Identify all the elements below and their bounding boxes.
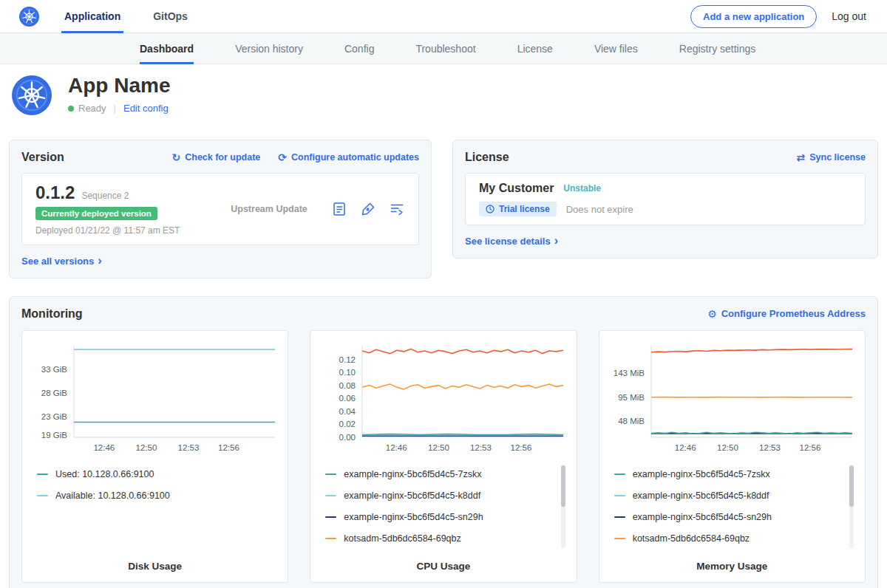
legend-label: kotsadm-5db6dc6584-69qbz (633, 533, 750, 544)
tab-registry-settings[interactable]: Registry settings (679, 33, 755, 64)
svg-text:12:46: 12:46 (386, 443, 407, 452)
chevron-right-icon: › (554, 235, 558, 247)
svg-text:12:56: 12:56 (218, 443, 239, 452)
legend-swatch (614, 495, 625, 496)
edit-config-link[interactable]: Edit config (123, 103, 169, 114)
app-tab-bar: Dashboard Version history Config Trouble… (0, 33, 887, 64)
svg-text:143 MiB: 143 MiB (613, 369, 645, 377)
legend-label: example-nginx-5bc6f5d4c5-k8ddf (633, 490, 769, 501)
configure-prometheus-link[interactable]: ⚙ Configure Prometheus Address (707, 308, 866, 319)
svg-text:28 GiB: 28 GiB (41, 388, 67, 397)
cpu-usage-legend: example-nginx-5bc6f5d4c5-7zskxexample-ng… (319, 464, 567, 550)
svg-text:12:56: 12:56 (511, 443, 532, 452)
version-panel: Version ↻ Check for update ⟳ Configure a… (9, 140, 432, 278)
sync-license-link[interactable]: ⇄ Sync license (797, 152, 866, 163)
legend-item: example-nginx-5bc6f5d4c5-k8ddf (319, 485, 555, 507)
refresh-icon: ↻ (171, 152, 180, 163)
legend-item: example-nginx-5bc6f5d4c5-7zskx (608, 464, 844, 485)
deploy-logs-icon[interactable] (389, 201, 405, 217)
legend-item: kotsadm-5db6dc6584-69qbz (319, 528, 555, 550)
see-all-versions-link[interactable]: See all versions › (21, 255, 102, 267)
tab-view-files[interactable]: View files (594, 33, 638, 64)
svg-text:48 MiB: 48 MiB (618, 416, 645, 425)
legend-swatch (325, 474, 336, 475)
tab-config[interactable]: Config (344, 33, 374, 64)
legend-item: kotsadm-5db6dc6584-69qbz (608, 528, 844, 550)
svg-text:0.02: 0.02 (339, 420, 356, 428)
channel-label: Unstable (563, 183, 601, 194)
monitoring-panel: Monitoring ⚙ Configure Prometheus Addres… (9, 296, 878, 588)
svg-text:0.04: 0.04 (339, 406, 356, 415)
cpu-usage-chart: 0.120.100.080.060.040.020.0012:4612:5012… (319, 340, 567, 457)
gear-icon: ⚙ (707, 309, 717, 319)
svg-text:95 MiB: 95 MiB (618, 392, 645, 401)
legend-scrollbar[interactable] (561, 465, 565, 548)
monitoring-title: Monitoring (21, 307, 83, 321)
license-card: My Customer Unstable Trial license Does … (465, 173, 866, 225)
version-title: Version (21, 151, 64, 164)
legend-label: Available: 10.128.0.66:9100 (55, 490, 170, 501)
license-panel: License ⇄ Sync license My Customer Unsta… (452, 140, 878, 259)
svg-text:0.00: 0.00 (339, 433, 356, 442)
legend-scrollbar-thumb[interactable] (561, 465, 565, 507)
legend-swatch (37, 474, 48, 475)
svg-text:12:46: 12:46 (674, 443, 696, 452)
svg-text:12:46: 12:46 (93, 443, 115, 452)
cpu-usage-card: 0.120.100.080.060.040.020.0012:4612:5012… (310, 330, 577, 583)
tab-license[interactable]: License (517, 33, 553, 64)
svg-text:12:50: 12:50 (136, 443, 157, 452)
legend-swatch (614, 538, 625, 539)
deployed-badge: Currently deployed version (35, 207, 157, 220)
preflight-checks-icon[interactable] (331, 201, 347, 217)
svg-text:33 GiB: 33 GiB (41, 365, 67, 374)
legend-label: kotsadm-5db6dc6584-69qbz (344, 533, 461, 544)
kubernetes-logo-icon (19, 7, 39, 27)
legend-item: example-nginx-5bc6f5d4c5-sn29h (608, 507, 844, 528)
svg-text:19 GiB: 19 GiB (41, 431, 67, 440)
svg-text:12:56: 12:56 (799, 443, 820, 452)
legend-swatch (325, 538, 336, 539)
license-title: License (465, 151, 509, 164)
charts-row: 33 GiB28 GiB23 GiB19 GiB12:4612:5012:531… (21, 330, 866, 583)
legend-swatch (614, 474, 625, 475)
check-for-update-link[interactable]: ↻ Check for update (171, 152, 260, 163)
summary-cards-row: Version ↻ Check for update ⟳ Configure a… (0, 140, 887, 278)
legend-swatch (325, 495, 336, 496)
svg-text:12:53: 12:53 (470, 443, 492, 452)
app-header: App Name Ready | Edit config (0, 64, 887, 128)
tab-version-history[interactable]: Version history (235, 33, 303, 64)
edit-config-icon[interactable] (360, 201, 376, 217)
configure-automatic-updates-link[interactable]: ⟳ Configure automatic updates (278, 152, 419, 163)
top-nav-tabs: Application GitOps (64, 0, 220, 33)
tab-troubleshoot[interactable]: Troubleshoot (415, 33, 475, 64)
legend-scrollbar-thumb[interactable] (849, 465, 854, 507)
divider: | (114, 103, 116, 114)
svg-text:23 GiB: 23 GiB (41, 411, 67, 420)
legend-item: example-nginx-5bc6f5d4c5-7zskx (319, 464, 555, 485)
see-license-details-link[interactable]: See license details › (465, 235, 558, 247)
logout-link[interactable]: Log out (832, 10, 866, 22)
legend-label: example-nginx-5bc6f5d4c5-sn29h (344, 512, 483, 522)
tab-dashboard[interactable]: Dashboard (140, 33, 194, 64)
legend-item: Used: 10.128.0.66:9100 (31, 464, 267, 485)
upstream-update-label: Upstream Update (207, 204, 331, 214)
legend-item: Available: 10.128.0.66:9100 (31, 485, 267, 507)
nav-tab-gitops[interactable]: GitOps (153, 0, 188, 33)
chart-title: Memory Usage (608, 553, 856, 576)
legend-scrollbar[interactable] (849, 465, 854, 548)
chevron-right-icon: › (98, 255, 101, 267)
svg-text:12:53: 12:53 (759, 443, 781, 452)
add-application-button[interactable]: Add a new application (690, 5, 817, 28)
svg-text:12:50: 12:50 (717, 443, 738, 452)
sequence-label: Sequence 2 (81, 191, 129, 201)
legend-label: example-nginx-5bc6f5d4c5-7zskx (633, 469, 770, 479)
chart-title: Disk Usage (31, 553, 279, 576)
legend-swatch (37, 495, 48, 496)
nav-tab-application[interactable]: Application (64, 0, 120, 33)
legend-swatch (614, 516, 625, 518)
legend-label: example-nginx-5bc6f5d4c5-k8ddf (344, 490, 480, 501)
legend-label: example-nginx-5bc6f5d4c5-7zskx (344, 469, 481, 479)
deployed-timestamp: Deployed 01/21/22 @ 11:57 am EST (35, 225, 207, 236)
disk-usage-card: 33 GiB28 GiB23 GiB19 GiB12:4612:5012:531… (21, 330, 288, 583)
sync-icon: ⇄ (797, 152, 806, 163)
